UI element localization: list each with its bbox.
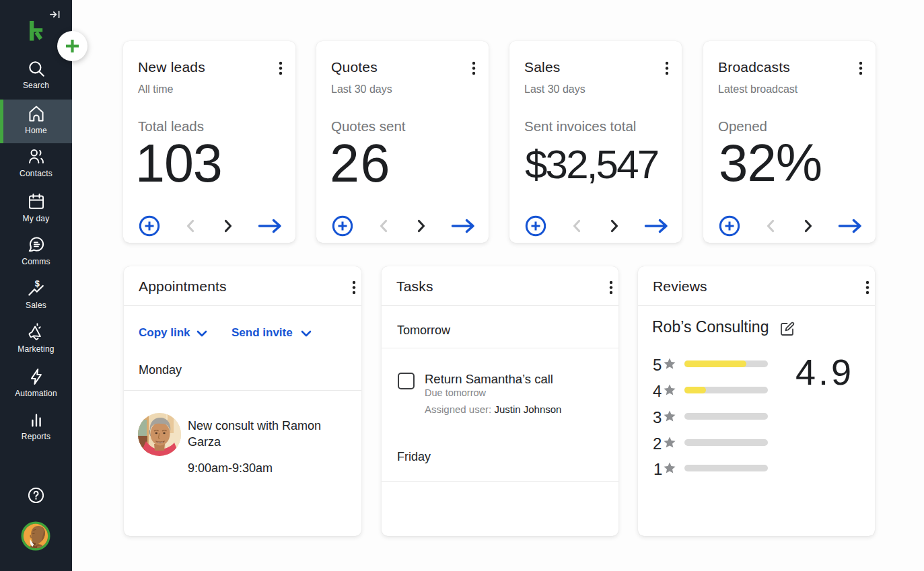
svg-text:$: $ <box>34 279 39 289</box>
